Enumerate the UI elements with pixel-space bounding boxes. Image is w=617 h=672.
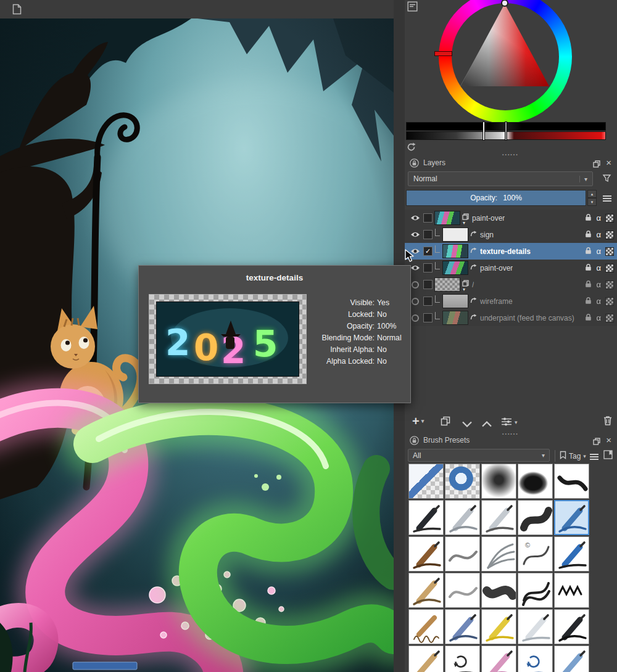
brush-tag-filter-select[interactable]: All ▾ [408,449,550,462]
layer-thumbnail[interactable] [442,311,468,325]
brush-preset-tile[interactable] [408,645,444,672]
brush-preset-tile[interactable]: © [518,536,553,572]
inherit-alpha-icon[interactable] [605,297,614,306]
brush-preset-tile[interactable] [445,500,480,535]
preset-view-icon[interactable] [603,450,613,462]
spin-up-icon[interactable]: ▴ [587,190,597,198]
lock-icon[interactable] [585,313,592,324]
lock-icon[interactable] [585,296,592,307]
move-layer-down-button[interactable] [462,419,473,430]
brush-preset-tile[interactable] [554,573,589,608]
layer-row[interactable]: ▾ paint-over α [405,210,617,226]
brush-preset-tile[interactable] [481,573,516,608]
layer-thumbnail[interactable] [442,261,468,275]
brush-preset-tile[interactable] [481,500,516,535]
visibility-eye-icon[interactable] [410,281,421,289]
alpha-icon[interactable]: α [596,230,601,239]
layer-properties-button[interactable] [501,417,512,428]
float-docker-icon[interactable] [593,436,600,448]
brush-preset-tile[interactable] [518,573,553,608]
splitter-handle[interactable]: •••••• [502,152,519,155]
close-docker-icon[interactable]: × [606,157,611,168]
opacity-slider[interactable]: Opacity: 100% [406,190,586,206]
inherit-alpha-icon[interactable] [605,264,614,272]
brush-preset-tile[interactable] [518,464,553,499]
inherit-alpha-icon[interactable] [605,247,614,256]
move-layer-up-button[interactable] [481,419,492,430]
docker-menu-icon[interactable] [602,194,612,205]
layer-checkbox[interactable] [423,297,433,306]
brush-preset-tile[interactable] [481,464,516,499]
layer-row[interactable]: paint-over α [405,260,617,276]
delete-layer-button[interactable] [603,416,612,428]
layer-checkbox[interactable] [423,230,433,239]
layer-row[interactable]: wireframe α [405,293,617,309]
brush-preset-tile[interactable] [408,464,444,499]
duplicate-layer-button[interactable] [441,416,450,428]
docker-lock-icon[interactable] [410,158,419,170]
lock-icon[interactable] [585,246,592,257]
brush-preset-tile[interactable] [445,609,480,644]
visibility-eye-icon[interactable] [410,314,421,322]
brush-docker-header[interactable]: Brush Presets × [405,433,617,448]
brush-preset-tile[interactable] [445,536,480,572]
brush-preset-tile[interactable] [554,609,589,644]
visibility-eye-icon[interactable] [410,298,421,305]
lock-icon[interactable] [585,213,592,224]
lock-icon[interactable] [585,229,592,240]
close-docker-icon[interactable]: × [606,435,611,445]
layer-checkbox[interactable]: ✓ [423,247,433,256]
spin-down-icon[interactable]: ▾ [587,198,597,206]
alpha-icon[interactable]: α [596,247,601,256]
alpha-icon[interactable]: α [596,297,601,306]
layer-thumbnail[interactable] [434,211,460,225]
visibility-eye-icon[interactable] [410,215,421,221]
layer-thumbnail[interactable] [442,227,468,242]
alpha-icon[interactable]: α [596,313,601,322]
filter-icon[interactable] [602,173,613,186]
layer-row[interactable]: ✓ texture-details α [405,243,617,260]
layer-row[interactable]: sign α [405,226,617,243]
brush-preset-tile[interactable] [481,536,516,572]
inherit-alpha-icon[interactable] [605,314,614,322]
add-layer-button[interactable]: +▾ [412,415,424,427]
brush-menu-icon[interactable] [589,452,599,463]
layer-row[interactable]: ▾ / α [405,276,617,293]
color-selector-settings-icon[interactable] [407,1,418,14]
blend-mode-select[interactable]: Normal ▾ [408,171,593,186]
brush-preset-tile[interactable] [481,645,516,672]
alpha-icon[interactable]: α [596,263,601,272]
brush-preset-tile[interactable] [554,500,589,535]
inherit-alpha-icon[interactable] [605,214,614,223]
inherit-alpha-icon[interactable] [605,281,614,289]
alpha-icon[interactable]: α [596,280,601,289]
tag-button[interactable]: Tag ▾ [555,450,586,462]
layer-checkbox[interactable] [423,213,433,223]
brush-preset-tile[interactable] [445,645,480,672]
layers-docker-header[interactable]: Layers × [405,156,617,170]
brush-preset-tile[interactable] [481,609,516,644]
visibility-eye-icon[interactable] [410,264,421,271]
brush-preset-tile[interactable] [518,500,553,535]
brush-preset-tile[interactable] [408,609,444,644]
brush-preset-tile[interactable] [445,464,480,499]
float-docker-icon[interactable] [593,159,600,170]
brush-preset-tile[interactable] [554,464,589,499]
brush-preset-tile[interactable] [445,573,480,608]
lock-icon[interactable] [585,263,592,274]
layer-thumbnail[interactable] [442,244,468,258]
layer-checkbox[interactable] [423,263,433,272]
layer-thumbnail[interactable] [434,277,460,292]
brush-preset-tile[interactable] [518,645,553,672]
layer-checkbox[interactable] [423,313,433,322]
lock-icon[interactable] [585,279,592,290]
opacity-spinner[interactable]: ▴ ▾ [587,190,597,206]
layer-thumbnail[interactable] [442,294,468,308]
layer-row[interactable]: underpaint (feed the canvas) α [405,309,617,326]
brush-preset-tile[interactable] [408,536,444,572]
brush-preset-tile[interactable] [554,645,589,672]
alpha-icon[interactable]: α [596,213,601,223]
inherit-alpha-icon[interactable] [605,231,614,239]
brush-preset-tile[interactable] [408,573,444,608]
hue-wheel[interactable] [439,0,572,123]
